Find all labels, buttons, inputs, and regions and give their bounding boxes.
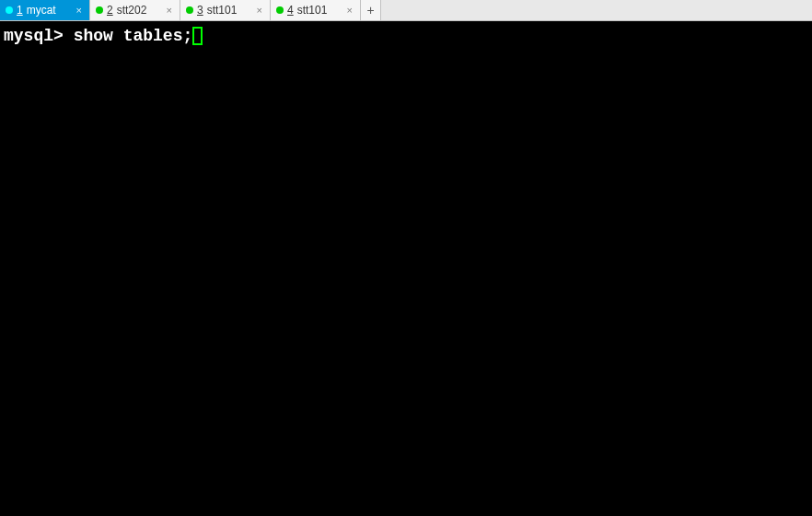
tab-number: 4 [287,4,294,17]
close-icon[interactable]: × [165,5,174,16]
status-dot-icon [276,6,284,14]
tab-label: stt101 [297,4,342,17]
tab-label: mycat [27,4,71,17]
terminal[interactable]: mysql> show tables; [0,21,812,516]
status-dot-icon [96,6,103,14]
add-tab-button[interactable]: + [361,0,381,20]
status-dot-icon [6,6,13,14]
tab-1-mycat[interactable]: 1 mycat × [0,0,90,20]
tab-number: 3 [197,4,203,17]
tab-label: stt101 [207,4,251,17]
terminal-prompt: mysql> [4,27,74,45]
status-dot-icon [186,6,193,14]
tab-number: 1 [17,4,23,17]
tab-2-stt202[interactable]: 2 stt202 × [90,0,180,20]
close-icon[interactable]: × [345,5,354,16]
close-icon[interactable]: × [255,5,264,16]
terminal-command: show tables; [74,27,193,45]
tab-3-stt101[interactable]: 3 stt101 × [180,0,271,20]
tab-label: stt202 [117,4,161,17]
tab-number: 2 [107,4,113,17]
cursor-icon [192,27,203,45]
tab-bar: 1 mycat × 2 stt202 × 3 stt101 × 4 stt101… [0,0,812,21]
close-icon[interactable]: × [75,5,84,16]
tab-4-stt101[interactable]: 4 stt101 × [271,0,361,20]
